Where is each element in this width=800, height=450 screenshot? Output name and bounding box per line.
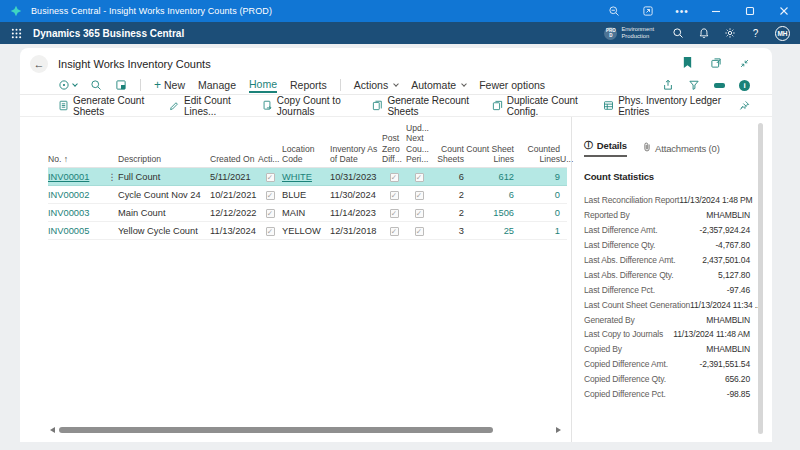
active-checkbox[interactable]: ✓	[266, 209, 275, 218]
update-next-count-checkbox[interactable]: ✓	[415, 191, 424, 200]
search-icon[interactable]	[671, 27, 684, 40]
reports-menu[interactable]: Reports	[290, 79, 327, 91]
table-row[interactable]: INV00003 Main Count 12/12/2022 ✓ MAIN 11…	[48, 204, 567, 222]
scroll-left-icon[interactable]	[50, 427, 55, 433]
row-context-menu-icon[interactable]: ⋮	[106, 172, 118, 182]
info-icon[interactable]: i	[739, 80, 750, 91]
column-header-active[interactable]: Acti...	[258, 154, 282, 164]
count-sheet-lines-link[interactable]: 612	[498, 172, 514, 182]
table-row[interactable]: INV00005 Yellow Cycle Count 11/13/2024 ✓…	[48, 222, 567, 240]
column-header-counted-lines[interactable]: Counted Lines	[514, 144, 560, 165]
bookmark-icon[interactable]	[682, 55, 693, 73]
location-code-link[interactable]: WHITE	[282, 172, 312, 182]
settings-gear-icon[interactable]	[723, 27, 736, 40]
column-header-post-zero-diff[interactable]: Post Zero Diff...	[382, 133, 406, 164]
tab-details[interactable]: ⓘ Details	[584, 139, 627, 157]
copy-count-to-journals-button[interactable]: Copy Count to Journals	[262, 95, 356, 117]
scroll-right-icon[interactable]	[556, 427, 561, 433]
counted-lines-link[interactable]: 9	[555, 172, 560, 182]
count-sheet-lines-link[interactable]: 25	[504, 226, 514, 236]
update-next-count-checkbox[interactable]: ✓	[415, 173, 424, 182]
generate-recount-sheets-button[interactable]: Generate Recount Sheets	[372, 95, 474, 117]
minimize-icon[interactable]	[710, 5, 722, 17]
update-next-count-checkbox[interactable]: ✓	[415, 209, 424, 218]
active-checkbox[interactable]: ✓	[266, 227, 275, 236]
active-checkbox[interactable]: ✓	[266, 191, 275, 200]
post-zero-diff-checkbox[interactable]: ✓	[390, 191, 399, 200]
list-toggle-icon[interactable]	[714, 83, 725, 88]
counted-lines-link[interactable]: 0	[555, 208, 560, 218]
filter-icon[interactable]	[688, 79, 700, 91]
column-header-description[interactable]: Description	[118, 154, 210, 164]
app-header: Dynamics 365 Business Central PROD Envir…	[0, 22, 800, 44]
window-title: Business Central - Insight Works Invento…	[31, 6, 272, 16]
counted-lines-link[interactable]: 0	[555, 190, 560, 200]
more-options-icon[interactable]: •••	[676, 5, 688, 17]
record-no-link[interactable]: INV00005	[48, 226, 89, 236]
notifications-bell-icon[interactable]	[697, 27, 710, 40]
duplicate-count-config-button[interactable]: Duplicate Count Config.	[492, 95, 586, 117]
details-scrollbar[interactable]	[758, 123, 763, 434]
collapse-diagonal-icon[interactable]	[739, 55, 750, 73]
home-tab[interactable]: Home	[249, 78, 277, 93]
actions-menu[interactable]: Actions	[354, 79, 398, 91]
counted-lines-link[interactable]: 1	[555, 226, 560, 236]
active-checkbox[interactable]: ✓	[266, 173, 275, 182]
page-title: Insight Works Inventory Counts	[58, 58, 211, 70]
share-icon[interactable]	[662, 79, 674, 91]
scrollbar-thumb[interactable]	[59, 427, 493, 433]
app-brand-title[interactable]: Dynamics 365 Business Central	[33, 28, 184, 39]
table-row[interactable]: INV00001 ⋮ Full Count 5/11/2021 ✓ WHITE …	[48, 168, 567, 186]
post-zero-diff-checkbox[interactable]: ✓	[390, 173, 399, 182]
column-header-location-code[interactable]: Location Code	[282, 144, 330, 165]
update-next-count-checkbox[interactable]: ✓	[415, 227, 424, 236]
views-lens-icon[interactable]	[58, 79, 77, 91]
window-popout-icon[interactable]	[642, 5, 654, 17]
close-icon[interactable]	[778, 5, 790, 17]
new-button[interactable]: +New	[154, 79, 185, 91]
edit-count-lines-button[interactable]: Edit Count Lines...	[169, 95, 245, 117]
column-header-count-sheet-lines[interactable]: Count Sheet Lines	[464, 144, 514, 165]
record-no-link[interactable]: INV00002	[48, 190, 89, 200]
column-header-no[interactable]: No. ↑	[48, 154, 106, 164]
generate-count-sheets-button[interactable]: Generate Count Sheets	[58, 95, 152, 117]
manage-menu[interactable]: Manage	[198, 79, 236, 91]
count-sheet-lines-link[interactable]: 1506	[493, 208, 514, 218]
stat-row: Last Abs. Difference Amt.2,437,501.04	[584, 253, 750, 268]
location-code-cell[interactable]: YELLOW	[282, 226, 330, 236]
list-search-icon[interactable]	[90, 79, 102, 91]
maximize-icon[interactable]	[744, 5, 756, 17]
table-row[interactable]: INV00002 Cycle Count Nov 24 10/21/2021 ✓…	[48, 186, 567, 204]
waffle-menu-icon[interactable]	[10, 27, 23, 40]
record-no-link[interactable]: INV00003	[48, 208, 89, 218]
record-no-link[interactable]: INV00001	[48, 172, 89, 182]
column-header-created-on[interactable]: Created On	[210, 154, 258, 164]
help-icon[interactable]: ?	[749, 27, 762, 40]
stat-row: Generated ByMHAMBLIN	[584, 312, 750, 327]
column-header-inventory-as-of-date[interactable]: Inventory As of Date	[330, 144, 382, 165]
location-code-cell[interactable]: BLUE	[282, 190, 330, 200]
fewer-options-button[interactable]: Fewer options	[479, 79, 545, 91]
back-button[interactable]: ←	[30, 55, 48, 73]
horizontal-scrollbar[interactable]	[50, 425, 561, 435]
recount-sheets-icon	[372, 100, 383, 111]
post-zero-diff-checkbox[interactable]: ✓	[390, 227, 399, 236]
created-on-cell: 5/11/2021	[210, 172, 258, 182]
window-titlebar: Business Central - Insight Works Invento…	[0, 0, 800, 22]
analyze-grid-icon[interactable]	[115, 79, 127, 91]
phys-inventory-ledger-entries-button[interactable]: Phys. Inventory Ledger Entries	[603, 95, 722, 117]
post-zero-diff-checkbox[interactable]: ✓	[390, 209, 399, 218]
environment-indicator[interactable]: PROD EnvironmentProduction	[604, 26, 654, 40]
stat-row: Last Reconciliation Report11/13/2024 1:4…	[584, 193, 750, 208]
zoom-out-icon[interactable]	[608, 5, 620, 17]
location-code-cell[interactable]: MAIN	[282, 208, 330, 218]
duplicate-icon	[492, 100, 503, 111]
pin-icon[interactable]	[739, 97, 750, 115]
column-header-update-next-count-period[interactable]: Upd... Next Cou... Peri...	[406, 123, 432, 164]
info-circle-icon: ⓘ	[584, 139, 593, 152]
user-avatar[interactable]: MH	[775, 26, 790, 41]
open-new-window-icon[interactable]	[710, 55, 722, 73]
automate-menu[interactable]: Automate	[411, 79, 466, 91]
column-header-count-sheets[interactable]: Count Sheets	[432, 144, 464, 165]
tab-attachments[interactable]: Attachments (0)	[643, 142, 720, 154]
